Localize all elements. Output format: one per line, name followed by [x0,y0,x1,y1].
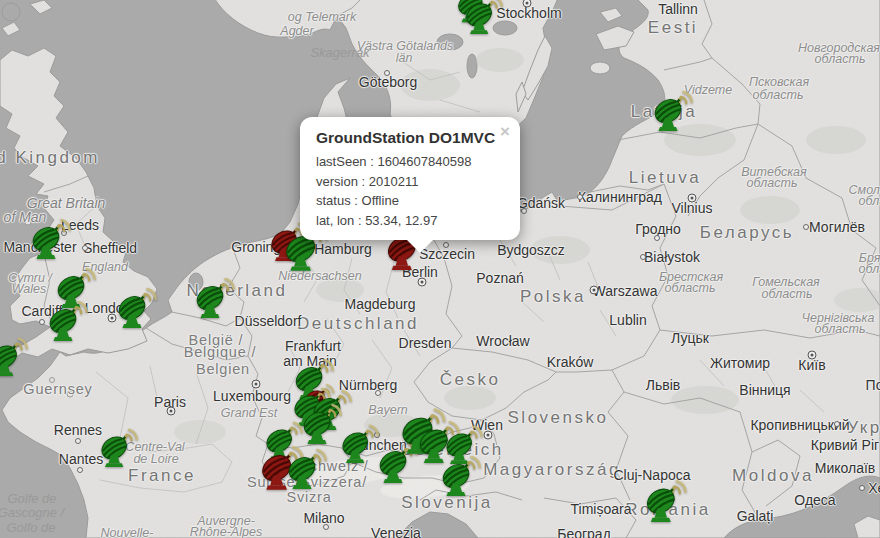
town-dot [75,438,81,444]
map-label: United Kingdom [0,148,100,168]
map-label: Tallinn [658,1,698,17]
groundstation-marker[interactable] [437,452,483,498]
map-label: Херсон [868,480,880,496]
map-label: область [747,176,798,190]
map-label: Venezia [371,525,421,538]
map-label: Eesti [648,18,698,38]
satellite-dish-icon [96,425,140,469]
capital-dot [252,380,261,389]
map-label: область [762,287,813,301]
map-label: France [128,466,196,486]
close-icon[interactable]: × [500,123,510,140]
map-label: Београд [557,526,611,538]
map-label: Wales [12,282,47,296]
map-label: Rhône-Alpes [190,525,262,538]
map-label: Belgique / [184,344,257,360]
town-dot [77,467,83,473]
map-label: Україна [847,418,880,438]
map-label: Калининград [578,189,662,205]
groundstation-marker[interactable] [27,215,73,261]
map-label: Bydgoszcz [497,242,565,258]
map-label: Belgien [196,361,250,377]
map-label: Warszawa [593,283,658,299]
map-label: Galați [737,508,774,524]
town-dot [654,235,660,241]
map-label: Полтава [866,377,880,393]
town-dot [640,254,646,260]
popup-latlon: lat, lon : 53.34, 12.97 [316,211,506,231]
map-label: Kraków [547,354,594,370]
map-label: область [753,88,804,102]
map-label: Moldova [732,466,814,486]
map-label: область [859,194,880,208]
popup-title: GroundStation DO1MVC [316,129,506,147]
map-label: область [859,262,880,276]
map-label: Stockholm [496,5,561,21]
capital-dot [688,194,697,203]
map-label: Golfo de [6,520,55,535]
map-label: Deutschland [297,314,419,334]
map-label: Вінниця [739,382,790,398]
groundstation-marker[interactable] [96,425,140,469]
groundstation-marker[interactable] [283,445,329,491]
map-label: Dresden [399,335,452,351]
town-dot [859,485,865,491]
town-dot [834,421,840,427]
capital-dot [808,351,817,360]
map-label: Sheffield [83,240,137,256]
map-label: Житомир [710,355,770,371]
satellite-dish-icon [27,215,73,261]
groundstation-marker[interactable] [649,87,695,133]
map-label: Slovensko [508,408,609,428]
map-label: Lublin [609,312,646,328]
map-label: Луцьк [671,330,709,346]
groundstation-map[interactable]: United KingdomEestiLatvijaLietuvaБеларус… [0,0,880,538]
capital-dot [590,286,599,295]
groundstation-marker[interactable] [641,476,689,524]
map-label: Могилёв [809,219,865,235]
town-dot [323,524,329,530]
town-dot [803,224,809,230]
map-label: Golfe de [7,491,56,506]
map-label: Nouvelle- [101,526,154,538]
groundstation-marker[interactable] [44,297,90,343]
map-label: Česko [440,370,501,390]
satellite-dish-icon [649,87,695,133]
map-label: Кривий Ріг [811,437,879,453]
map-label: Poznań [476,270,523,286]
groundstation-marker[interactable] [0,334,30,378]
popup-lastseen: lastSeen : 1604607840598 [316,152,506,172]
map-label: Skagerrak [310,45,369,60]
groundstation-marker[interactable] [461,0,505,36]
satellite-dish-icon [461,0,505,36]
map-label: og Telemark [288,10,356,24]
satellite-dish-icon [44,297,90,343]
map-label: Timișoara [571,501,632,517]
map-label: Magdeburg [345,296,416,312]
map-label: Białystok [644,249,700,265]
capital-dot [418,278,427,287]
capital-dot [167,407,176,416]
town-dot [375,390,381,396]
satellite-dish-icon [0,334,30,378]
map-label: Одеса [794,492,835,508]
town-dot [384,70,390,76]
satellite-dish-icon [641,476,689,524]
map-label: Agder [280,24,313,38]
groundstation-marker[interactable] [113,284,159,330]
map-label: Magyarország [483,460,621,480]
popup-status: status : Offline [316,191,506,211]
satellite-dish-icon [113,284,159,330]
map-label: Rennes [54,422,102,438]
map-label: Gascogne / [0,505,64,520]
town-dot [443,242,449,248]
map-label: Львів [646,377,680,393]
map-label: Guernsey [23,381,92,397]
town-dot [521,208,527,214]
map-label: län [396,51,413,65]
map-label: Wrocław [476,333,529,349]
town-dot [82,245,88,251]
map-label: Беларусь [700,223,794,243]
satellite-dish-icon [283,445,329,491]
groundstation-marker[interactable] [191,274,237,320]
